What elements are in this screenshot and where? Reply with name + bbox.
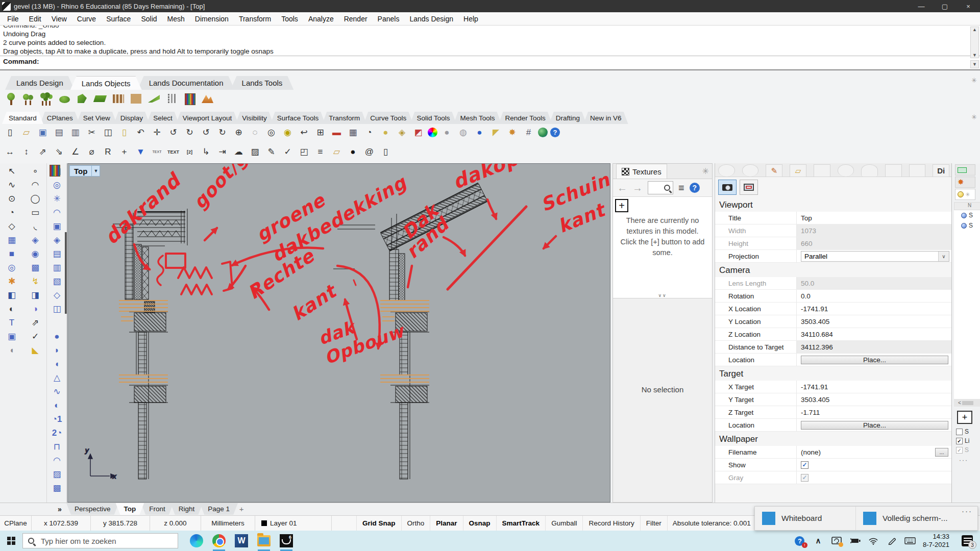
- property-value[interactable]: -1741.91: [801, 383, 828, 391]
- viewport-tab-top[interactable]: Top: [116, 503, 144, 515]
- checkbox[interactable]: ✓: [956, 438, 963, 444]
- srf-slab-icon[interactable]: ▤: [51, 247, 63, 260]
- slab-tool-icon[interactable]: ▩: [29, 261, 42, 274]
- tab-notifications[interactable]: [861, 164, 878, 177]
- tab-annotation[interactable]: ✎: [766, 164, 782, 177]
- panel-gear-icon[interactable]: ✳: [971, 77, 977, 84]
- arc-tool-icon[interactable]: ◔: [6, 206, 18, 219]
- blend-1-icon[interactable]: ◔1: [51, 413, 63, 425]
- tab-transform[interactable]: Transform: [322, 112, 366, 124]
- polygon-tool-icon[interactable]: ◇: [6, 220, 18, 233]
- tab-display[interactable]: Display: [114, 112, 150, 124]
- tab-mesh-tools[interactable]: Mesh Tools: [453, 112, 501, 124]
- split-tool-icon[interactable]: ◨: [29, 289, 42, 302]
- paste-icon[interactable]: ▯: [117, 126, 131, 139]
- wavy-solid-icon[interactable]: ◗: [51, 344, 63, 357]
- open-file-icon[interactable]: ▱: [19, 126, 33, 139]
- zoom-dynamic-icon[interactable]: ◌: [248, 126, 262, 139]
- viewport-tab-perspective[interactable]: Perspective: [66, 503, 119, 515]
- taskbar-search-input[interactable]: Typ hier om te zoeken: [22, 533, 178, 548]
- property-value[interactable]: 34110.684: [801, 331, 833, 338]
- zoom-in-icon[interactable]: ⊕: [232, 126, 246, 139]
- toggle-ortho[interactable]: Ortho: [401, 516, 430, 531]
- clipboard-icon[interactable]: ▥: [68, 126, 82, 139]
- select-tool-icon[interactable]: ↖: [6, 165, 18, 178]
- tab-surface-tools[interactable]: Surface Tools: [271, 112, 326, 124]
- taskbar-word-button[interactable]: W: [230, 531, 253, 551]
- plant-list-icon[interactable]: [183, 92, 197, 106]
- viewport-title-control[interactable]: Top ▼: [69, 165, 100, 177]
- more-options[interactable]: ···: [952, 455, 980, 464]
- menu-dimension[interactable]: Dimension: [190, 12, 234, 26]
- srf-ring-icon[interactable]: ◎: [51, 179, 63, 191]
- taskbar-explorer-button[interactable]: [253, 531, 275, 551]
- add-texture-button[interactable]: +: [615, 199, 628, 212]
- menu-view[interactable]: View: [46, 12, 72, 26]
- tab-rendering[interactable]: [838, 164, 854, 177]
- light-list-item[interactable]: S: [954, 220, 980, 231]
- lock-icon[interactable]: ◈: [395, 126, 409, 139]
- add-item-button[interactable]: +: [957, 411, 972, 424]
- touch-keyboard-icon[interactable]: [904, 535, 916, 546]
- curved-surface-icon[interactable]: ◈: [29, 234, 42, 246]
- save-icon[interactable]: ▣: [36, 126, 50, 139]
- options-gear-icon[interactable]: ✸: [505, 126, 519, 139]
- solid-edit-icon[interactable]: ▣: [6, 330, 18, 343]
- srf-vertical-icon[interactable]: ▧: [51, 275, 63, 288]
- menu-help[interactable]: Help: [458, 12, 483, 26]
- menu-lands-design[interactable]: Lands Design: [404, 12, 458, 26]
- tab-set-view[interactable]: Set View: [77, 112, 117, 124]
- start-button[interactable]: [0, 531, 22, 551]
- viewport-properties-button[interactable]: [740, 180, 758, 195]
- toggle-filter[interactable]: Filter: [640, 516, 667, 531]
- box-edit-icon[interactable]: ◰: [297, 145, 311, 159]
- checkbox-show[interactable]: ✓: [801, 461, 808, 469]
- wave-strip-icon[interactable]: ∿: [51, 385, 63, 398]
- place-button[interactable]: Place...: [801, 421, 948, 430]
- browse-button[interactable]: ...: [935, 448, 948, 457]
- srf-curve-icon[interactable]: ◠: [51, 206, 63, 219]
- offset-tool-icon[interactable]: ◑: [29, 303, 42, 315]
- textures-tab[interactable]: Textures: [616, 164, 667, 179]
- edit-dimension-icon[interactable]: ✎: [264, 145, 278, 159]
- terrain-mountain-icon[interactable]: [201, 92, 215, 106]
- status-cell-y[interactable]: y 3815.728: [91, 516, 150, 531]
- move-icon[interactable]: ▬: [330, 126, 344, 139]
- drape-icon[interactable]: ◠: [51, 454, 63, 467]
- maximize-button[interactable]: ▢: [933, 0, 957, 12]
- srf-diamond-icon[interactable]: ◈: [51, 234, 63, 246]
- menu-surface[interactable]: Surface: [101, 12, 136, 26]
- status-cell-millimeters[interactable]: Millimeters: [201, 516, 255, 531]
- check-dimension-icon[interactable]: ✓: [281, 145, 295, 159]
- command-prompt[interactable]: Command:: [0, 56, 980, 67]
- add-stairs-icon[interactable]: [129, 92, 143, 106]
- move-point-icon[interactable]: ⇗: [29, 316, 42, 329]
- property-value[interactable]: 34112.396: [801, 343, 833, 351]
- camera-properties-button[interactable]: [718, 180, 737, 195]
- cone-icon[interactable]: △: [51, 371, 63, 384]
- scroll-down-icon[interactable]: ▼: [972, 53, 977, 58]
- dome-icon[interactable]: ◖: [51, 358, 63, 370]
- srf-rotate-icon[interactable]: ◇: [51, 289, 63, 302]
- status-cell-cplane[interactable]: CPlane: [0, 516, 32, 531]
- color-wheel-icon[interactable]: [428, 128, 437, 137]
- undo-icon[interactable]: ↶: [134, 126, 148, 139]
- circle-icon[interactable]: ◔: [362, 126, 376, 139]
- panel-menu-icon[interactable]: ≡: [678, 182, 684, 194]
- menu-solid[interactable]: Solid: [136, 12, 162, 26]
- wifi-icon[interactable]: [868, 535, 879, 546]
- srf-plane-icon[interactable]: ▣: [51, 220, 63, 233]
- boolean-tool-icon[interactable]: ✱: [6, 275, 18, 288]
- tab-properties[interactable]: [718, 164, 735, 177]
- polyline-tool-icon[interactable]: ∿: [6, 179, 18, 191]
- property-value[interactable]: 3503.405: [801, 318, 829, 325]
- hatch-icon[interactable]: ▨: [248, 145, 262, 159]
- menu-transform[interactable]: Transform: [234, 12, 276, 26]
- toggle-grid-snap[interactable]: Grid Snap: [356, 516, 401, 531]
- dim-rotated-icon[interactable]: ⇘: [52, 145, 66, 159]
- property-dropdown[interactable]: Parallel∨: [801, 251, 949, 262]
- viewport-tab-front[interactable]: Front: [141, 503, 174, 515]
- osnap-marker-icon[interactable]: ▼: [134, 145, 148, 159]
- texture-search-input[interactable]: [648, 181, 673, 194]
- tab-select[interactable]: Select: [146, 112, 179, 124]
